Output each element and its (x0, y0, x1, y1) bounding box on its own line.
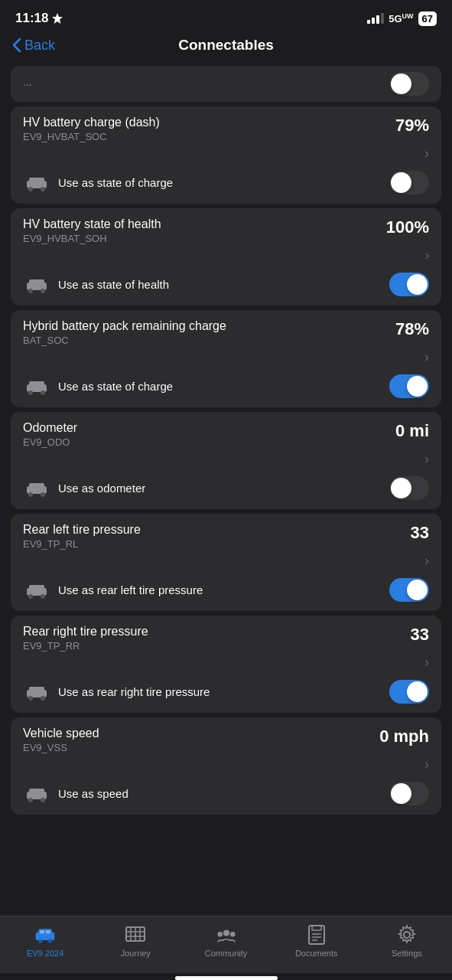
svg-rect-5 (29, 279, 44, 286)
chevron-icon-1: › (424, 247, 429, 263)
item-group-6: Vehicle speed EV9_VSS 0 mph › (11, 717, 441, 815)
status-right: 5GUW 67 (367, 11, 437, 26)
tab-settings[interactable]: Settings (362, 924, 452, 958)
toggle-2[interactable] (389, 374, 429, 398)
item-group-5: Rear right tire pressure EV9_TP_RR 33 › (11, 616, 441, 713)
toggle-partial[interactable] (389, 72, 429, 96)
svg-rect-1 (29, 178, 44, 184)
item-code-1: EV9_HVBAT_SOH (23, 233, 161, 244)
item-group-4: Rear left tire pressure EV9_TP_RL 33 › (11, 514, 441, 611)
svg-rect-21 (29, 687, 44, 693)
item-value-0: 79% (395, 116, 429, 136)
svg-rect-25 (29, 789, 44, 795)
toggle-0[interactable] (389, 171, 429, 194)
item-value-3: 0 mi (395, 421, 429, 441)
content-area: ··· HV battery charge (dash) EV9_HVBAT_S… (0, 61, 452, 916)
item-name-6: Vehicle speed (23, 727, 99, 740)
car-icon-3 (23, 478, 50, 499)
toggle-3[interactable] (389, 476, 429, 500)
svg-point-3 (41, 187, 45, 191)
use-label-1: Use as state of health (58, 278, 169, 291)
tab-bar: EV9 2024 Journey (0, 916, 452, 973)
journey-icon (125, 924, 146, 946)
item-code-3: EV9_ODO (23, 436, 77, 448)
svg-point-30 (38, 939, 42, 942)
svg-point-2 (28, 187, 33, 191)
svg-point-10 (28, 390, 33, 395)
item-code-0: EV9_HVBAT_SOC (23, 131, 160, 142)
tab-label-community: Community (205, 949, 248, 958)
svg-rect-9 (29, 381, 44, 387)
tab-label-journey: Journey (121, 949, 151, 958)
svg-point-6 (28, 289, 33, 293)
back-button[interactable]: Back (12, 38, 55, 54)
svg-point-26 (28, 798, 33, 802)
item-name-5: Rear right tire pressure (23, 625, 148, 639)
home-indicator (175, 976, 278, 980)
svg-point-7 (41, 289, 45, 293)
status-time: 11:18 (15, 11, 63, 26)
toggle-5[interactable] (389, 680, 429, 704)
item-group-3: Odometer EV9_ODO 0 mi › (11, 412, 441, 509)
svg-point-23 (41, 696, 45, 701)
item-group-1: HV battery state of health EV9_HVBAT_SOH… (11, 208, 441, 305)
page-title: Connectables (178, 37, 274, 54)
nav-bar: Back Connectables (0, 32, 452, 61)
toggle-4[interactable] (389, 578, 429, 602)
settings-icon (396, 924, 418, 946)
item-name-1: HV battery state of health (23, 217, 161, 231)
svg-point-48 (404, 932, 410, 938)
item-section-6: Vehicle speed EV9_VSS 0 mph › (11, 717, 441, 815)
partial-item: ··· (11, 66, 441, 102)
item-section-5: Rear right tire pressure EV9_TP_RR 33 › (11, 616, 441, 713)
use-label-2: Use as state of charge (58, 380, 173, 393)
car-icon-5 (23, 681, 50, 703)
tab-journey[interactable]: Journey (90, 924, 180, 958)
tab-documents[interactable]: Documents (272, 924, 362, 958)
svg-rect-43 (309, 926, 324, 944)
item-code-6: EV9_VSS (23, 742, 99, 753)
car-icon-0 (23, 172, 50, 194)
svg-point-27 (41, 798, 45, 802)
item-section-3: Odometer EV9_ODO 0 mi › (11, 412, 441, 509)
item-code-5: EV9_TP_RR (23, 640, 148, 652)
svg-point-14 (28, 492, 33, 497)
svg-rect-32 (40, 930, 44, 933)
chevron-icon-3: › (424, 451, 429, 467)
item-section-2: Hybrid battery pack remaining charge BAT… (11, 310, 441, 407)
svg-point-15 (41, 492, 45, 497)
tab-community[interactable]: Community (180, 924, 271, 958)
item-value-1: 100% (386, 217, 429, 237)
svg-point-41 (217, 932, 223, 937)
toggle-1[interactable] (389, 273, 429, 296)
item-value-5: 33 (411, 625, 429, 645)
car-icon-1 (23, 274, 50, 296)
use-label-5: Use as rear right tire pressure (58, 685, 210, 698)
location-icon (52, 13, 63, 24)
car-icon-6 (23, 783, 50, 805)
chevron-icon-6: › (424, 756, 429, 773)
svg-point-31 (48, 939, 52, 942)
item-value-4: 33 (411, 523, 429, 543)
car-icon-2 (23, 376, 50, 397)
tab-ev9[interactable]: EV9 2024 (0, 924, 90, 958)
svg-rect-13 (29, 483, 44, 489)
chevron-icon-2: › (424, 349, 429, 365)
svg-point-11 (41, 390, 45, 395)
item-code-2: BAT_SOC (23, 335, 226, 346)
item-section-0: HV battery charge (dash) EV9_HVBAT_SOC 7… (11, 106, 441, 204)
tab-label-documents: Documents (295, 949, 338, 958)
back-chevron-icon (12, 38, 21, 53)
toggle-6[interactable] (389, 782, 429, 805)
item-section-1: HV battery state of health EV9_HVBAT_SOH… (11, 208, 441, 305)
item-name-0: HV battery charge (dash) (23, 116, 160, 129)
use-label-6: Use as speed (58, 787, 128, 800)
network-label: 5GUW (389, 12, 413, 24)
item-section-4: Rear left tire pressure EV9_TP_RL 33 › (11, 514, 441, 611)
item-name-4: Rear left tire pressure (23, 523, 141, 537)
use-label-4: Use as rear left tire pressure (58, 583, 203, 596)
svg-rect-17 (29, 585, 44, 591)
ev9-icon (34, 924, 56, 946)
signal-bars (367, 13, 384, 24)
item-value-6: 0 mph (379, 727, 429, 746)
